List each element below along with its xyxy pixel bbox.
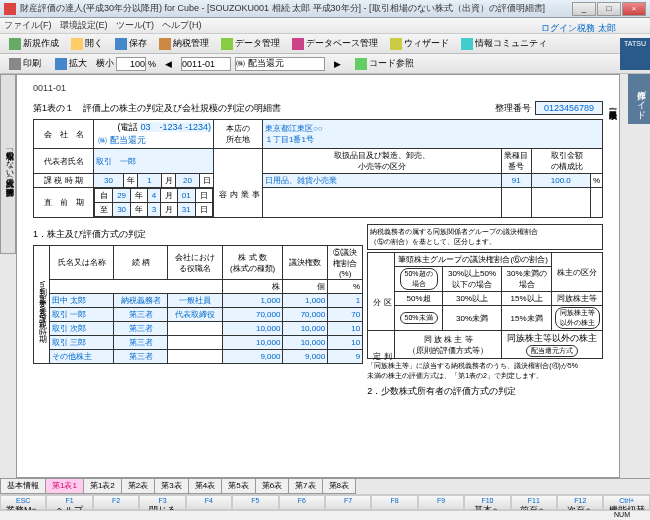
dz-y1[interactable]: 29 [113, 189, 131, 203]
kazei-year[interactable]: 30 [94, 174, 124, 188]
status-bar: NUM [0, 510, 650, 520]
doc-title: 第1表の１ 評価上の株主の判定及び会社規模の判定の明細書 [33, 102, 281, 115]
menu-help[interactable]: ヘルプ(H) [162, 19, 202, 32]
width-label: 横小 [96, 57, 114, 70]
fkey-f9[interactable]: F9 [418, 495, 464, 510]
fkey-ctrl[interactable]: Ctrl+機能切替 [603, 495, 649, 510]
dz-m2[interactable]: 3 [148, 203, 160, 217]
company-name-label: 会 社 名 [34, 120, 94, 149]
fkey-f2[interactable]: F2 [93, 495, 139, 510]
save-button[interactable]: 保存 [110, 36, 152, 52]
fkey-f8[interactable]: F8 [371, 495, 417, 510]
db-icon [292, 38, 304, 50]
honten-value[interactable]: 東京都江東区○○ １丁目1番1号 [263, 120, 603, 149]
close-button[interactable]: × [622, 2, 646, 16]
open-button[interactable]: 開く [66, 36, 108, 52]
dz-y2[interactable]: 30 [113, 203, 131, 217]
sec2-title: 2．少数株式所有者の評価方式の判定 [367, 385, 603, 398]
tab-basic[interactable]: 基本情報 [0, 479, 46, 494]
sec1-title: 1．株主及び評価方式の判定 [33, 228, 363, 241]
table-row: 取引 三郎第三者10,00010,00010 [34, 336, 363, 350]
code-ref-button[interactable]: コード参照 [350, 56, 419, 72]
num1[interactable]: 91 [501, 174, 531, 188]
fkey-f3[interactable]: F3閉じる [139, 495, 185, 510]
hantei-label: 判\n定\n要\n素\n課\n税\n時\n期 [34, 246, 50, 364]
seiri-value[interactable]: 0123456789 [535, 101, 603, 115]
info-button[interactable]: 情報コミュニティ [456, 36, 552, 52]
db-button[interactable]: データベース管理 [287, 36, 383, 52]
tab-4[interactable]: 第4表 [188, 479, 222, 494]
next-button[interactable]: ▶ [329, 56, 346, 72]
table-row: 取引 一郎第三者代表取締役70,00070,00070 [34, 308, 363, 322]
logo: TATSU [620, 38, 650, 70]
menu-file[interactable]: ファイル(F) [4, 19, 52, 32]
c1[interactable]: 50%超の 場合 [400, 268, 438, 290]
fkey-f11[interactable]: F11前頁へ [511, 495, 557, 510]
dz-d2[interactable]: 31 [177, 203, 195, 217]
c3[interactable]: 50%未満 [400, 312, 438, 324]
window-title: 財産評価の達人(平成30年分以降用) for Cube - [SOUZOKU00… [20, 2, 572, 15]
new-button[interactable]: 新規作成 [4, 36, 64, 52]
prev-button[interactable]: ◀ [160, 56, 177, 72]
item1[interactable]: 日用品、雑貨小売業 [263, 174, 502, 188]
dz-m1[interactable]: 4 [148, 189, 160, 203]
minimize-button[interactable]: _ [572, 2, 596, 16]
gyoushu-label: 業種目 番号 [501, 149, 531, 174]
print-button[interactable]: 印刷 [4, 56, 46, 72]
table-row: 取引 次郎第三者10,00010,00010 [34, 322, 363, 336]
zoom-button[interactable]: 拡大 [50, 56, 92, 72]
table-row: その他株主第三者9,0009,0009 [34, 350, 363, 364]
tax-button[interactable]: 納税管理 [154, 36, 214, 52]
tab-2[interactable]: 第2表 [121, 479, 155, 494]
tel-value[interactable]: 03 -1234 -1234) [140, 122, 211, 132]
maximize-button[interactable]: □ [597, 2, 621, 16]
kazei-day[interactable]: 20 [176, 174, 200, 188]
tab-8[interactable]: 第8表 [322, 479, 356, 494]
data-button[interactable]: データ管理 [216, 36, 285, 52]
wizard-icon [390, 38, 402, 50]
vertical-tab[interactable]: 「取引相場のない株式（出資）の評価明細書」 [0, 74, 16, 254]
fkey-f4[interactable]: F4 [186, 495, 232, 510]
dz-d1[interactable]: 01 [177, 189, 195, 203]
app-icon [4, 3, 16, 15]
tab-7[interactable]: 第7表 [288, 479, 322, 494]
new-icon [9, 38, 21, 50]
fkey-f1[interactable]: F1ヘルプ [46, 495, 92, 510]
fkey-f6[interactable]: F6 [279, 495, 325, 510]
print-icon [9, 58, 21, 70]
company-name-value[interactable]: ㈱ 配当還元 [98, 135, 146, 145]
login-user[interactable]: ログイン税務 太郎 [541, 22, 616, 35]
tab-5[interactable]: 第5表 [221, 479, 255, 494]
honten-label: 本店の 所在地 [214, 120, 263, 149]
table-row: 田中 太郎納税義務者一般社員1,0001,0001 [34, 294, 363, 308]
tab-1-2[interactable]: 第1表2 [83, 479, 122, 494]
rep-label: 代表者氏名 [34, 149, 94, 174]
fkey-f10[interactable]: F10基本へ [464, 495, 510, 510]
name-input[interactable] [235, 57, 325, 71]
save-icon [115, 38, 127, 50]
rep-value[interactable]: 取引 一郎 [94, 149, 214, 174]
guide-tab[interactable]: 操作ガイド [628, 74, 650, 124]
toolbar: 新規作成 開く 保存 納税管理 データ管理 データベース管理 ウィザード 情報コ… [0, 34, 650, 54]
pct1[interactable]: 100.0 [531, 174, 590, 188]
c3r[interactable]: 同族株主等 以外の株主 [555, 307, 600, 329]
tab-3[interactable]: 第3表 [154, 479, 188, 494]
info-icon [461, 38, 473, 50]
haito[interactable]: 配当還元方式 [526, 345, 578, 357]
document-area: 0011-01 第1表の１ 評価上の株主の判定及び会社規模の判定の明細書 整理番… [16, 74, 620, 478]
fkey-f7[interactable]: F7 [325, 495, 371, 510]
fkey-f5[interactable]: F5 [232, 495, 278, 510]
torihiki-label: 取引金額 の構成比 [531, 149, 602, 174]
code-input[interactable] [181, 57, 231, 71]
open-icon [71, 38, 83, 50]
fkey-esc[interactable]: ESC業務Mへ [0, 495, 46, 510]
tab-1-1[interactable]: 第1表1 [45, 479, 84, 494]
fkey-f12[interactable]: F12次頁へ [557, 495, 603, 510]
kazei-month[interactable]: 1 [138, 174, 162, 188]
coderef-icon [355, 58, 367, 70]
wizard-button[interactable]: ウィザード [385, 36, 454, 52]
menu-env[interactable]: 環境設定(E) [60, 19, 108, 32]
tab-6[interactable]: 第6表 [255, 479, 289, 494]
width-input[interactable] [116, 57, 146, 71]
menu-tool[interactable]: ツール(T) [116, 19, 155, 32]
